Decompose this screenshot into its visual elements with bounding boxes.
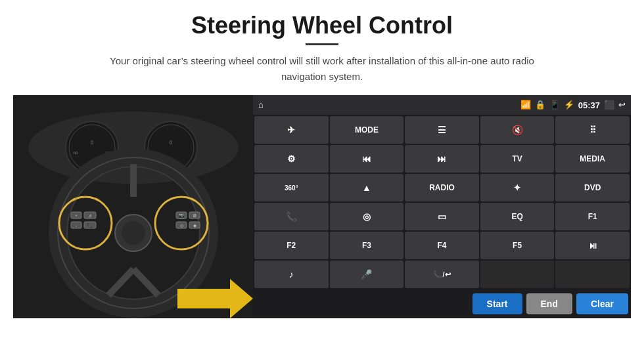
svg-text:0: 0: [170, 140, 172, 146]
sim-icon: 📱: [549, 100, 560, 110]
playpause-icon: ⏯: [588, 240, 597, 251]
dvd-label: DVD: [584, 183, 601, 192]
start-button[interactable]: Start: [472, 293, 522, 314]
f2-label: F2: [287, 241, 296, 250]
circle-icon: ◎: [363, 211, 371, 222]
btn-mute[interactable]: 🔇: [480, 116, 555, 144]
tv-label: TV: [512, 154, 522, 163]
btn-360[interactable]: 360°: [254, 174, 329, 201]
media-label: MEDIA: [580, 154, 605, 163]
eject-icon: ▲: [362, 182, 371, 193]
360-label: 360°: [285, 184, 298, 192]
brightness-icon: ✦: [513, 182, 521, 193]
btn-apps[interactable]: ⠿: [555, 116, 630, 144]
btn-next[interactable]: ⏭: [405, 145, 479, 173]
btn-dvd[interactable]: DVD: [555, 174, 630, 201]
svg-text:📞: 📞: [87, 222, 93, 228]
btn-phone[interactable]: 📞: [254, 203, 329, 230]
btn-f5[interactable]: F5: [480, 232, 555, 259]
svg-text:60: 60: [74, 150, 79, 156]
call-icon: 📞/↩: [433, 270, 450, 279]
svg-text:-: -: [76, 224, 77, 228]
btn-f1[interactable]: F1: [555, 203, 630, 230]
btn-f2[interactable]: F2: [254, 232, 329, 259]
f1-label: F1: [588, 212, 597, 221]
btn-empty1: [480, 261, 555, 288]
btn-mic[interactable]: 🎤: [330, 261, 404, 288]
btn-mode[interactable]: MODE: [330, 116, 404, 144]
btn-settings[interactable]: ⚙: [254, 145, 329, 173]
status-time: 05:37: [578, 100, 600, 110]
page-subtitle: Your original car’s steering wheel contr…: [92, 53, 552, 85]
btn-f4[interactable]: F4: [405, 232, 479, 259]
btn-brightness[interactable]: ✦: [480, 174, 555, 201]
f3-label: F3: [362, 241, 371, 250]
radio-label: RADIO: [429, 183, 455, 192]
btn-prev[interactable]: ⏮: [330, 145, 404, 173]
btn-menu[interactable]: ☰: [405, 116, 479, 144]
status-bar-right: 📶 🔒 📱 ⚡ 05:37 ⬛ ↩: [520, 100, 626, 110]
action-bar: Start End Clear: [253, 289, 631, 318]
wifi-icon: 📶: [520, 100, 531, 110]
f4-label: F4: [437, 241, 446, 250]
navigate-icon: ✈: [287, 125, 295, 135]
apps-icon: ⠿: [589, 125, 596, 135]
page-container: Steering Wheel Control Your original car…: [0, 0, 644, 357]
btn-radio[interactable]: RADIO: [405, 174, 479, 201]
svg-text:📷: 📷: [179, 213, 185, 219]
rect-icon: ▭: [438, 211, 446, 222]
status-bar-left: ⌂: [258, 100, 264, 110]
btn-eject[interactable]: ▲: [330, 174, 404, 201]
btn-f3[interactable]: F3: [330, 232, 404, 259]
mute-icon: 🔇: [512, 125, 523, 135]
eq-label: EQ: [511, 212, 522, 221]
end-button[interactable]: End: [526, 293, 572, 314]
mic-icon: 🎤: [361, 269, 372, 280]
bluetooth-icon: ⚡: [564, 100, 574, 110]
page-title: Steering Wheel Control: [191, 12, 453, 39]
f5-label: F5: [513, 241, 522, 250]
btn-circle[interactable]: ◎: [330, 203, 404, 230]
mode-label: MODE: [355, 125, 379, 135]
prev-icon: ⏮: [362, 154, 371, 164]
btn-media[interactable]: MEDIA: [555, 145, 630, 173]
btn-navigate[interactable]: ✈: [254, 116, 329, 144]
btn-eq[interactable]: EQ: [480, 203, 555, 230]
title-divider: [306, 43, 338, 45]
btn-rect[interactable]: ▭: [405, 203, 479, 230]
svg-text:0: 0: [91, 140, 93, 146]
clear-button[interactable]: Clear: [576, 293, 628, 314]
lock-icon: 🔒: [535, 100, 545, 110]
button-grid: ✈ MODE ☰ 🔇 ⠿ ⚙ ⏮ ⏭ TV MEDIA 360° ▲ RADIO…: [253, 115, 631, 289]
svg-point-17: [122, 221, 145, 245]
btn-tv[interactable]: TV: [480, 145, 555, 173]
btn-empty2: [555, 261, 630, 288]
home-icon: ⌂: [258, 100, 264, 110]
svg-text:♬: ♬: [88, 213, 91, 219]
next-icon: ⏭: [437, 154, 446, 164]
music-icon: ♪: [289, 269, 294, 280]
svg-text:⚙: ⚙: [193, 213, 196, 219]
content-area: 0 60 120 0: [13, 95, 631, 318]
screenshot-icon: ⬛: [604, 100, 614, 110]
control-panel: ⌂ 📶 🔒 📱 ⚡ 05:37 ⬛ ↩ ✈ MODE ☰ 🔇: [253, 95, 631, 318]
status-bar: ⌂ 📶 🔒 📱 ⚡ 05:37 ⬛ ↩: [253, 95, 631, 115]
btn-call[interactable]: 📞/↩: [405, 261, 479, 288]
back-icon: ↩: [618, 100, 626, 110]
btn-music[interactable]: ♪: [254, 261, 329, 288]
phone-icon: 📞: [286, 211, 297, 222]
menu-icon: ☰: [438, 125, 446, 135]
btn-playpause[interactable]: ⏯: [555, 232, 630, 259]
steering-wheel-image: 0 60 120 0: [13, 95, 253, 318]
settings-icon: ⚙: [287, 154, 296, 164]
